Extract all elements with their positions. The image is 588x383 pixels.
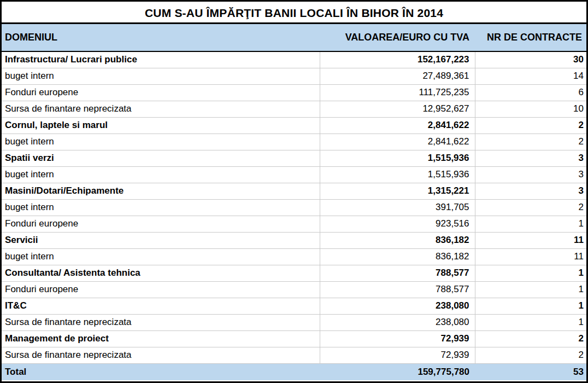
- cell-contracts: 1: [475, 265, 586, 281]
- cell-domain: buget intern: [2, 199, 320, 216]
- cell-domain: Fonduri europene: [2, 84, 320, 101]
- table-container: CUM S-AU ÎMPĂRŢIT BANII LOCALI ÎN BIHOR …: [0, 0, 588, 383]
- sub-row: Sursa de finantare neprecizata72,9392: [2, 347, 586, 363]
- cell-contracts: 1: [475, 281, 586, 298]
- cell-value: 391,705: [320, 199, 475, 216]
- cell-value: 1,515,936: [320, 150, 475, 166]
- cell-contracts: 2: [475, 117, 586, 134]
- cell-contracts: 6: [475, 84, 586, 101]
- col-header-domeniul: DOMENIUL: [2, 24, 320, 51]
- total-label: Total: [2, 363, 320, 380]
- category-row: Infrastructura/ Lucrari publice152,167,2…: [2, 51, 586, 68]
- cell-domain: Sursa de finantare neprecizata: [2, 101, 320, 117]
- cell-value: 1,515,936: [320, 166, 475, 183]
- sub-row: buget intern391,7052: [2, 199, 586, 216]
- category-row: Spatii verzi1,515,9363: [2, 150, 586, 166]
- cell-domain: Cornul, laptele si marul: [2, 117, 320, 134]
- cell-domain: IT&C: [2, 298, 320, 314]
- cell-value: 1,315,221: [320, 183, 475, 199]
- category-row: Consultanta/ Asistenta tehnica788,5771: [2, 265, 586, 281]
- cell-value: 72,939: [320, 330, 475, 347]
- total-contracts: 53: [475, 363, 586, 380]
- sub-row: buget intern1,515,9363: [2, 166, 586, 183]
- category-row: Cornul, laptele si marul2,841,6222: [2, 117, 586, 134]
- cell-contracts: 1: [475, 216, 586, 232]
- cell-contracts: 14: [475, 68, 586, 84]
- sub-row: Fonduri europene923,5161: [2, 216, 586, 232]
- cell-domain: Fonduri europene: [2, 281, 320, 298]
- cell-domain: Sursa de finantare neprecizata: [2, 314, 320, 330]
- cell-contracts: 3: [475, 166, 586, 183]
- cell-contracts: 2: [475, 134, 586, 150]
- total-value: 159,775,780: [320, 363, 475, 380]
- cell-value: 836,182: [320, 248, 475, 265]
- cell-domain: Consultanta/ Asistenta tehnica: [2, 265, 320, 281]
- sub-row: Fonduri europene111,725,2356: [2, 84, 586, 101]
- sub-row: Fonduri europene788,5771: [2, 281, 586, 298]
- category-row: Management de proiect72,9392: [2, 330, 586, 347]
- cell-contracts: 3: [475, 183, 586, 199]
- cell-value: 152,167,223: [320, 51, 475, 68]
- category-row: Masini/Dotari/Echipamente1,315,2213: [2, 183, 586, 199]
- header-row: DOMENIUL VALOAREA/EURO CU TVA NR DE CONT…: [2, 24, 586, 51]
- page-title: CUM S-AU ÎMPĂRŢIT BANII LOCALI ÎN BIHOR …: [2, 2, 586, 24]
- sub-row: buget intern2,841,6222: [2, 134, 586, 150]
- cell-contracts: 2: [475, 347, 586, 363]
- cell-domain: Fonduri europene: [2, 216, 320, 232]
- cell-value: 27,489,361: [320, 68, 475, 84]
- cell-domain: Infrastructura/ Lucrari publice: [2, 51, 320, 68]
- col-header-nr-contracte: NR DE CONTRACTE: [475, 24, 586, 51]
- cell-value: 12,952,627: [320, 101, 475, 117]
- cell-domain: buget intern: [2, 134, 320, 150]
- sub-row: Sursa de finantare neprecizata12,952,627…: [2, 101, 586, 117]
- cell-contracts: 30: [475, 51, 586, 68]
- cell-contracts: 11: [475, 248, 586, 265]
- cell-contracts: 1: [475, 298, 586, 314]
- cell-value: 788,577: [320, 281, 475, 298]
- total-row: Total 159,775,780 53: [2, 363, 586, 380]
- cell-contracts: 2: [475, 330, 586, 347]
- cell-contracts: 10: [475, 101, 586, 117]
- cell-contracts: 2: [475, 199, 586, 216]
- category-row: Servicii836,18211: [2, 232, 586, 248]
- cell-value: 238,080: [320, 314, 475, 330]
- col-header-valoarea: VALOAREA/EURO CU TVA: [320, 24, 475, 51]
- cell-domain: Masini/Dotari/Echipamente: [2, 183, 320, 199]
- cell-value: 923,516: [320, 216, 475, 232]
- cell-value: 836,182: [320, 232, 475, 248]
- sub-row: buget intern836,18211: [2, 248, 586, 265]
- cell-value: 72,939: [320, 347, 475, 363]
- cell-contracts: 11: [475, 232, 586, 248]
- cell-domain: Sursa de finantare neprecizata: [2, 347, 320, 363]
- data-table: DOMENIUL VALOAREA/EURO CU TVA NR DE CONT…: [2, 24, 586, 380]
- cell-domain: buget intern: [2, 166, 320, 183]
- cell-domain: Management de proiect: [2, 330, 320, 347]
- cell-value: 111,725,235: [320, 84, 475, 101]
- cell-contracts: 3: [475, 150, 586, 166]
- cell-value: 2,841,622: [320, 117, 475, 134]
- cell-domain: Spatii verzi: [2, 150, 320, 166]
- cell-value: 788,577: [320, 265, 475, 281]
- category-row: IT&C238,0801: [2, 298, 586, 314]
- cell-domain: Servicii: [2, 232, 320, 248]
- cell-contracts: 1: [475, 314, 586, 330]
- sub-row: Sursa de finantare neprecizata238,0801: [2, 314, 586, 330]
- cell-value: 2,841,622: [320, 134, 475, 150]
- cell-domain: buget intern: [2, 248, 320, 265]
- sub-row: buget intern27,489,36114: [2, 68, 586, 84]
- cell-value: 238,080: [320, 298, 475, 314]
- cell-domain: buget intern: [2, 68, 320, 84]
